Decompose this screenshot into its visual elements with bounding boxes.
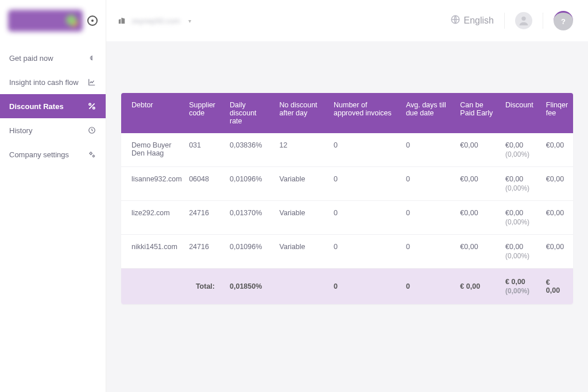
- vertical-divider: [504, 13, 505, 29]
- cell-approved: 0: [329, 167, 401, 201]
- cell-paid-early: €0,00: [455, 201, 501, 235]
- cell-discount: €0,00(0,00%): [501, 235, 541, 269]
- user-icon: [517, 14, 530, 27]
- th-daily-rate[interactable]: Daily discount rate: [225, 93, 275, 133]
- cell-avg-days: 0: [401, 235, 455, 269]
- th-discount[interactable]: Discount: [501, 93, 541, 133]
- cell-supplier-code: 06048: [184, 167, 225, 201]
- th-supplier-code[interactable]: Supplier code: [184, 93, 225, 133]
- cell-fee: €0,00: [541, 201, 573, 235]
- clock-icon: [87, 126, 96, 135]
- sidebar-item-company-settings[interactable]: Company settings: [0, 142, 106, 166]
- globe-icon: [450, 14, 461, 27]
- gears-icon: [87, 150, 96, 159]
- table-row[interactable]: lisanne932.com060480,01096%Variable00€0,…: [121, 167, 573, 201]
- cell-fee: €0,00: [541, 235, 573, 269]
- percent-icon: [87, 102, 96, 111]
- chart-line-icon: [87, 77, 96, 87]
- cell-avg-days: 0: [401, 133, 455, 167]
- total-discount: € 0,00 (0,00%): [501, 269, 541, 305]
- th-approved[interactable]: Number of approved invoices: [329, 93, 401, 133]
- svg-point-1: [93, 107, 95, 109]
- th-debtor[interactable]: Debtor: [121, 93, 184, 133]
- table-row[interactable]: nikki1451.com247160,01096%Variable00€0,0…: [121, 235, 573, 269]
- total-daily-rate: 0,01850%: [225, 269, 275, 305]
- cell-paid-early: €0,00: [455, 167, 501, 201]
- table-total-row: Total: 0,01850% 0 0 € 0,00 € 0,00 (0,00%…: [121, 269, 573, 305]
- cell-approved: 0: [329, 235, 401, 269]
- discount-rates-table: Debtor Supplier code Daily discount rate…: [121, 93, 573, 304]
- company-switcher[interactable]: zeynep50.com ▾: [118, 17, 191, 25]
- cell-no-discount-after: 12: [275, 133, 329, 167]
- sidebar-collapse-button[interactable]: [87, 15, 98, 26]
- cell-fee: €0,00: [541, 167, 573, 201]
- chevron-down-icon: ▾: [188, 18, 191, 24]
- sidebar-item-history[interactable]: History: [0, 118, 106, 142]
- cell-supplier-code: 031: [184, 133, 225, 167]
- sidebar-item-insight-cash-flow[interactable]: Insight into cash flow: [0, 70, 106, 94]
- content: Debtor Supplier code Daily discount rate…: [106, 41, 588, 316]
- avatar[interactable]: [515, 12, 532, 29]
- th-no-discount-after[interactable]: No discount after day: [275, 93, 329, 133]
- total-fee: € 0,00: [541, 269, 573, 305]
- cell-discount: €0,00(0,00%): [501, 201, 541, 235]
- building-icon: [118, 17, 126, 25]
- language-selector[interactable]: English: [450, 14, 494, 27]
- cell-debtor: nikki1451.com: [121, 235, 184, 269]
- cell-avg-days: 0: [401, 167, 455, 201]
- svg-point-6: [521, 17, 525, 21]
- total-label: Total:: [121, 269, 225, 305]
- cell-no-discount-after: Variable: [275, 167, 329, 201]
- cell-supplier-code: 24716: [184, 201, 225, 235]
- total-paid-early: € 0,00: [455, 269, 501, 305]
- cell-debtor: lisanne932.com: [121, 167, 184, 201]
- table-row[interactable]: Demo Buyer Den Haag0310,03836%1200€0,00€…: [121, 133, 573, 167]
- sidebar-item-discount-rates[interactable]: Discount Rates: [0, 94, 106, 118]
- help-button[interactable]: ?: [554, 11, 573, 30]
- cell-discount: €0,00(0,00%): [501, 133, 541, 167]
- language-label: English: [464, 15, 494, 26]
- cell-no-discount-after: Variable: [275, 201, 329, 235]
- sidebar-item-get-paid-now[interactable]: Get paid now: [0, 46, 106, 70]
- vertical-divider: [543, 13, 543, 29]
- cell-no-discount-after: Variable: [275, 235, 329, 269]
- th-fee[interactable]: Flinqer fee: [541, 93, 573, 133]
- discount-rates-table-card: Debtor Supplier code Daily discount rate…: [121, 93, 573, 304]
- cell-daily-rate: 0,01370%: [225, 201, 275, 235]
- cell-paid-early: €0,00: [455, 133, 501, 167]
- th-avg-days[interactable]: Avg. days till due date: [401, 93, 455, 133]
- table-row[interactable]: lize292.com247160,01370%Variable00€0,00€…: [121, 201, 573, 235]
- total-approved: 0: [329, 269, 401, 305]
- sidebar-item-label: Discount Rates: [9, 102, 64, 111]
- svg-point-4: [92, 155, 94, 157]
- sidebar-nav: Get paid now Insight into cash flow Disc…: [0, 41, 106, 166]
- cell-debtor: Demo Buyer Den Haag: [121, 133, 184, 167]
- main-area: zeynep50.com ▾ English ?: [106, 0, 588, 392]
- cell-discount: €0,00(0,00%): [501, 167, 541, 201]
- table-header-row: Debtor Supplier code Daily discount rate…: [121, 93, 573, 133]
- cell-approved: 0: [329, 201, 401, 235]
- cell-paid-early: €0,00: [455, 235, 501, 269]
- cell-debtor: lize292.com: [121, 201, 184, 235]
- th-paid-early[interactable]: Can be Paid Early: [455, 93, 501, 133]
- topbar: zeynep50.com ▾ English ?: [106, 0, 588, 41]
- cell-avg-days: 0: [401, 201, 455, 235]
- help-label: ?: [561, 17, 566, 26]
- cell-supplier-code: 24716: [184, 235, 225, 269]
- sidebar: Get paid now Insight into cash flow Disc…: [0, 0, 106, 392]
- sidebar-item-label: Get paid now: [9, 54, 53, 63]
- sidebar-item-label: Insight into cash flow: [9, 78, 79, 87]
- logo: [8, 10, 83, 32]
- svg-point-3: [90, 153, 92, 155]
- company-name: zeynep50.com: [131, 17, 180, 25]
- total-avg-days: 0: [401, 269, 455, 305]
- cell-daily-rate: 0,03836%: [225, 133, 275, 167]
- sidebar-item-label: Company settings: [9, 150, 69, 159]
- logo-area: [0, 0, 106, 41]
- cell-fee: €0,00: [541, 133, 573, 167]
- sidebar-item-label: History: [9, 126, 32, 135]
- cell-daily-rate: 0,01096%: [225, 167, 275, 201]
- cell-daily-rate: 0,01096%: [225, 235, 275, 269]
- euro-icon: [87, 53, 96, 63]
- svg-point-0: [89, 103, 91, 105]
